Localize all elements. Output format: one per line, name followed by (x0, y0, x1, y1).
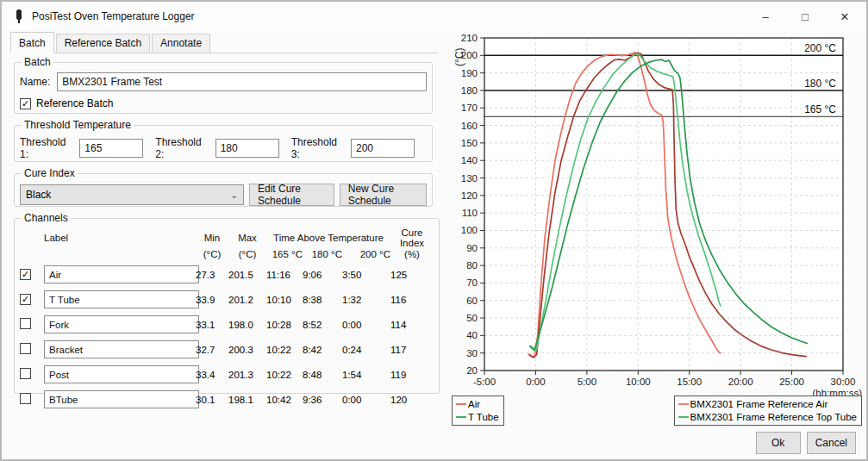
svg-text:90: 90 (466, 243, 478, 253)
svg-text:70: 70 (466, 277, 478, 288)
col-min-unit: (°C) (196, 249, 228, 259)
channel-max: 198.1 (228, 395, 253, 405)
svg-text:15:00: 15:00 (677, 377, 702, 387)
channel-label-input[interactable] (44, 315, 199, 333)
svg-text:100: 100 (461, 225, 478, 235)
legend-entry: BMX2301 Frame Reference Top Tube (678, 410, 857, 423)
legend-label: BMX2301 Frame Reference Air (690, 399, 828, 409)
svg-text:30:00: 30:00 (831, 377, 856, 387)
svg-text:190: 190 (461, 68, 478, 78)
channel-time-180: 8:42 (303, 345, 322, 355)
svg-text:20: 20 (466, 365, 478, 376)
channel-min: 33.4 (196, 370, 215, 380)
temperature-chart: 200 °C180 °C165 °C2030405060708090100110… (448, 26, 868, 396)
channel-row: 32.7200.310:228:420:24117 (20, 337, 434, 362)
svg-text:0:00: 0:00 (526, 377, 545, 387)
svg-text:10:00: 10:00 (626, 377, 651, 387)
close-button[interactable]: ✕ (825, 4, 865, 28)
svg-text:150: 150 (461, 138, 478, 148)
legend-label: BMX2301 Frame Reference Top Tube (690, 412, 857, 422)
channels-group: Channels Label Min Max Time Above Temper… (14, 212, 440, 394)
channel-time-180: 9:06 (303, 270, 322, 280)
channel-cure-index: 117 (390, 345, 406, 355)
legend-label: T Tube (468, 412, 499, 422)
batch-group-label: Batch (22, 56, 53, 68)
new-cure-schedule-button[interactable]: New Cure Schedule (340, 184, 427, 206)
col-165: 165 °C (266, 249, 303, 259)
ok-button[interactable]: Ok (756, 432, 801, 454)
channel-label-input[interactable] (44, 290, 199, 308)
channel-label-input[interactable] (44, 365, 199, 383)
threshold-label: 180 °C (804, 78, 836, 90)
channel-label-input[interactable] (44, 265, 199, 283)
cancel-button[interactable]: Cancel (807, 432, 856, 454)
batch-name-label: Name: (20, 76, 50, 88)
channel-time-200: 0:24 (342, 345, 361, 355)
channel-time-180: 9:36 (303, 395, 322, 405)
col-cure-unit: (%) (390, 249, 434, 259)
svg-text:170: 170 (461, 103, 478, 113)
channel-label-input[interactable] (44, 340, 199, 358)
channel-checkbox[interactable] (20, 393, 31, 404)
svg-text:40: 40 (466, 330, 478, 340)
threshold1-input[interactable] (79, 139, 143, 158)
threshold-group: Threshold Temperature Threshold 1: Thres… (14, 119, 433, 162)
channel-max: 201.5 (228, 270, 253, 280)
channel-cure-index: 125 (390, 270, 407, 280)
channels-header-row2: (°C) (°C) 165 °C 180 °C 200 °C (%) (20, 249, 434, 259)
svg-text:120: 120 (461, 190, 478, 201)
threshold-label: 200 °C (804, 42, 836, 54)
channel-min: 32.7 (196, 345, 215, 355)
channel-time-180: 8:38 (303, 295, 322, 305)
threshold-label: 165 °C (804, 103, 836, 115)
col-time-above: Time Above Temperature (266, 233, 390, 243)
edit-cure-schedule-button[interactable]: Edit Cure Schedule (249, 184, 334, 206)
col-label: Label (44, 233, 196, 243)
channel-label-input[interactable] (44, 390, 199, 408)
channel-checkbox[interactable] (20, 318, 31, 329)
channel-time-200: 1:32 (342, 295, 361, 305)
tab-batch[interactable]: Batch (10, 32, 54, 53)
svg-text:130: 130 (461, 173, 478, 184)
threshold2-input[interactable] (215, 139, 279, 158)
window-title: PosiTest Oven Temperature Logger (32, 10, 195, 22)
channel-min: 33.9 (196, 295, 215, 305)
channel-min: 30.1 (196, 395, 215, 405)
svg-text:20:00: 20:00 (728, 377, 753, 387)
channels-group-label: Channels (22, 212, 71, 224)
channel-cure-index: 120 (390, 395, 407, 405)
legend-swatch (456, 416, 466, 418)
channel-checkbox[interactable] (20, 368, 31, 379)
footer: Ok Cancel (756, 432, 856, 454)
svg-text:210: 210 (461, 33, 478, 43)
threshold2-label: Threshold 2: (155, 136, 209, 160)
batch-name-input[interactable] (57, 72, 427, 91)
channel-time-165: 10:28 (266, 320, 291, 330)
minimize-button[interactable]: – (746, 4, 785, 28)
channel-row: 30.1198.110:429:360:00120 (20, 387, 434, 412)
threshold-group-label: Threshold Temperature (22, 119, 134, 131)
channel-row: 33.4201.310:228:481:54119 (20, 362, 434, 387)
channel-time-180: 8:48 (303, 370, 322, 380)
channel-checkbox[interactable] (20, 343, 31, 354)
maximize-button[interactable]: □ (785, 4, 825, 28)
batch-group: Batch Name: ✓ Reference Batch (14, 56, 433, 114)
channel-min: 27.3 (196, 270, 215, 280)
col-cure-index: Cure Index (390, 227, 434, 248)
channel-cure-index: 114 (390, 320, 406, 330)
col-200: 200 °C (342, 249, 390, 259)
tab-reference-batch[interactable]: Reference Batch (56, 34, 150, 53)
cure-schedule-dropdown[interactable]: Black ⌄ (20, 184, 244, 205)
channel-checkbox[interactable]: ✓ (20, 294, 31, 305)
channel-checkbox[interactable]: ✓ (20, 269, 31, 280)
channel-row: ✓27.3201.511:169:063:50125 (20, 262, 434, 287)
app-window: PosiTest Oven Temperature Logger – □ ✕ B… (0, 0, 868, 461)
window-controls: – □ ✕ (746, 4, 865, 28)
cure-index-group: Cure Index Black ⌄ Edit Cure Schedule Ne… (14, 167, 433, 207)
reference-batch-checkbox[interactable]: ✓ (20, 98, 31, 109)
svg-text:60: 60 (466, 296, 478, 306)
threshold3-input[interactable] (351, 139, 415, 158)
legend-entry: Air (456, 397, 499, 410)
channel-time-200: 1:54 (342, 370, 361, 380)
tab-annotate[interactable]: Annotate (152, 34, 210, 53)
